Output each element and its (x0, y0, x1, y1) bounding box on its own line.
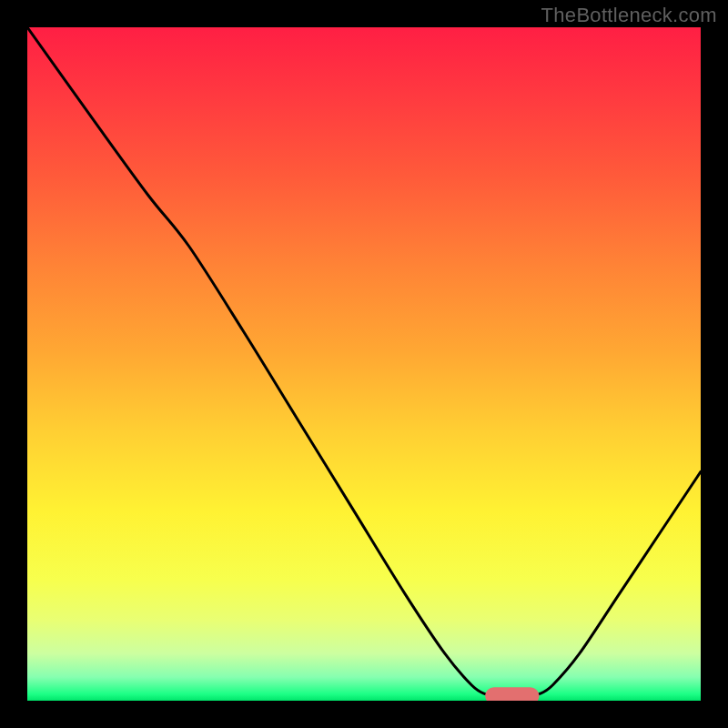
watermark-text: TheBottleneck.com (541, 4, 717, 27)
optimal-marker (485, 687, 539, 701)
chart-container: TheBottleneck.com (0, 0, 728, 728)
bottleneck-plot (27, 27, 701, 701)
plot-svg (27, 27, 701, 701)
plot-background (27, 27, 701, 701)
